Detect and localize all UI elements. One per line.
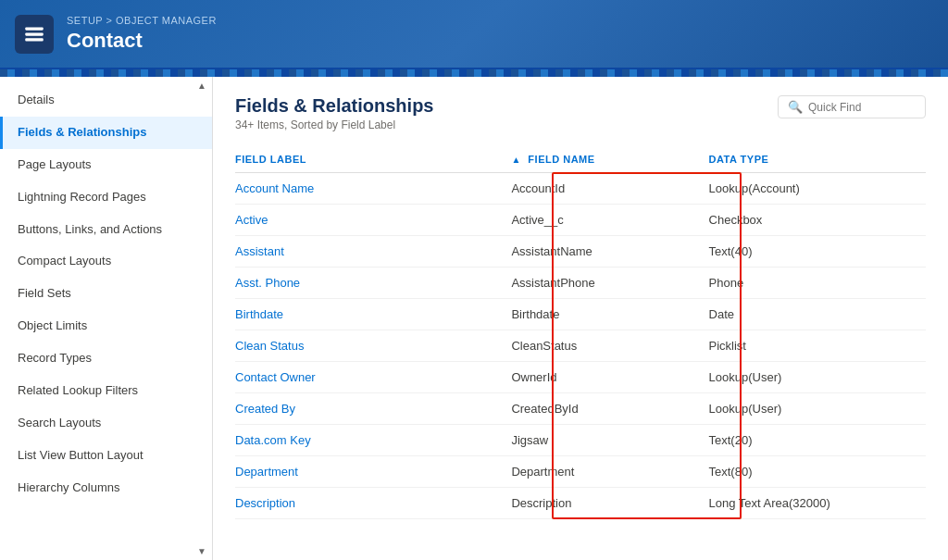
content-header: Fields & Relationships 34+ Items, Sorted…	[235, 95, 926, 131]
table-row: BirthdateBirthdateDate	[235, 299, 926, 330]
sidebar-item-related-lookup-filters[interactable]: Related Lookup Filters	[0, 375, 212, 407]
field-label-link[interactable]: Department	[235, 465, 298, 479]
sort-arrow-icon: ▲	[511, 155, 520, 165]
cell-data-type: Long Text Area(32000)	[709, 488, 926, 519]
main-layout: ▲ DetailsFields & RelationshipsPage Layo…	[0, 77, 948, 560]
cell-data-type: Phone	[709, 268, 926, 299]
cell-field-label: Asst. Phone	[235, 268, 511, 299]
sidebar-item-fields---relationships[interactable]: Fields & Relationships	[0, 117, 212, 149]
svg-rect-2	[25, 38, 44, 41]
table-row: Contact OwnerOwnerIdLookup(User)	[235, 362, 926, 393]
field-label-link[interactable]: Assistant	[235, 244, 284, 258]
cell-data-type: Lookup(User)	[709, 393, 926, 425]
cell-field-name: Active__c	[511, 205, 708, 236]
cell-field-name: OwnerId	[511, 362, 708, 393]
cell-field-label: Data.com Key	[235, 425, 511, 456]
sidebar-item-search-layouts[interactable]: Search Layouts	[0, 407, 212, 440]
content-area: Fields & Relationships 34+ Items, Sorted…	[213, 77, 948, 560]
table-row: AssistantAssistantNameText(40)	[235, 236, 926, 268]
quick-find-container: 🔍	[778, 95, 926, 118]
sidebar-item-compact-layouts[interactable]: Compact Layouts	[0, 245, 212, 278]
cell-field-name: Department	[511, 456, 708, 488]
cell-data-type: Lookup(User)	[709, 362, 926, 393]
data-type-header-text: DATA TYPE	[709, 154, 769, 165]
table-row: DepartmentDepartmentText(80)	[235, 456, 926, 488]
layers-icon	[22, 22, 46, 46]
cell-field-label: Created By	[235, 393, 511, 425]
cell-data-type: Lookup(Account)	[709, 173, 926, 205]
cell-field-name: Jigsaw	[511, 425, 708, 456]
table-row: DescriptionDescriptionLong Text Area(320…	[235, 488, 926, 519]
cell-field-name: AssistantPhone	[511, 268, 708, 299]
top-header: SETUP > OBJECT MANAGER Contact	[0, 0, 948, 69]
cell-data-type: Text(40)	[709, 236, 926, 268]
sidebar-item-record-types[interactable]: Record Types	[0, 342, 212, 375]
field-label-header-text: FIELD LABEL	[235, 154, 306, 165]
page-title: Contact	[67, 29, 217, 53]
sidebar: ▲ DetailsFields & RelationshipsPage Layo…	[0, 77, 213, 560]
deco-bar	[0, 69, 948, 77]
cell-field-name: Birthdate	[511, 299, 708, 330]
col-header-data-type[interactable]: DATA TYPE	[709, 146, 926, 173]
fields-table: FIELD LABEL ▲ FIELD NAME DATA TYPE Accou…	[235, 146, 926, 519]
col-header-field-name[interactable]: ▲ FIELD NAME	[511, 146, 708, 173]
sidebar-item-buttons--links--and-actions[interactable]: Buttons, Links, and Actions	[0, 214, 212, 246]
cell-field-label: Clean Status	[235, 330, 511, 362]
table-header: FIELD LABEL ▲ FIELD NAME DATA TYPE	[235, 146, 926, 173]
sidebar-item-details[interactable]: Details	[0, 84, 212, 117]
sidebar-item-object-limits[interactable]: Object Limits	[0, 310, 212, 342]
sidebar-item-list-view-button-layout[interactable]: List View Button Layout	[0, 440, 212, 472]
sidebar-item-field-sets[interactable]: Field Sets	[0, 278, 212, 310]
svg-rect-0	[25, 27, 44, 30]
cell-field-label: Contact Owner	[235, 362, 511, 393]
sidebar-scroll-down[interactable]: ▼	[197, 546, 206, 556]
table-row: Created ByCreatedByIdLookup(User)	[235, 393, 926, 425]
cell-field-name: CreatedById	[511, 393, 708, 425]
cell-field-name: AssistantName	[511, 236, 708, 268]
table-body: Account NameAccountIdLookup(Account)Acti…	[235, 173, 926, 519]
cell-field-label: Account Name	[235, 173, 511, 205]
field-label-link[interactable]: Contact Owner	[235, 370, 316, 384]
quick-find-input[interactable]	[808, 101, 916, 114]
cell-data-type: Text(80)	[709, 456, 926, 488]
field-label-link[interactable]: Clean Status	[235, 339, 304, 353]
search-icon: 🔍	[788, 100, 803, 114]
breadcrumb: SETUP > OBJECT MANAGER	[67, 15, 217, 26]
section-subtitle: 34+ Items, Sorted by Field Label	[235, 118, 926, 131]
cell-data-type: Date	[709, 299, 926, 330]
col-header-field-label[interactable]: FIELD LABEL	[235, 146, 511, 173]
field-name-header-text: FIELD NAME	[528, 154, 594, 165]
cell-field-name: Description	[511, 488, 708, 519]
svg-rect-1	[25, 32, 44, 35]
table-row: ActiveActive__cCheckbox	[235, 205, 926, 236]
field-label-link[interactable]: Active	[235, 213, 268, 227]
table-row: Asst. PhoneAssistantPhonePhone	[235, 268, 926, 299]
field-label-link[interactable]: Description	[235, 496, 295, 510]
quick-find-box[interactable]: 🔍	[778, 95, 926, 118]
cell-field-label: Description	[235, 488, 511, 519]
cell-field-label: Active	[235, 205, 511, 236]
table-row: Account NameAccountIdLookup(Account)	[235, 173, 926, 205]
cell-data-type: Picklist	[709, 330, 926, 362]
field-label-link[interactable]: Asst. Phone	[235, 276, 300, 290]
field-label-link[interactable]: Created By	[235, 402, 295, 416]
header-text: SETUP > OBJECT MANAGER Contact	[67, 15, 217, 53]
field-label-link[interactable]: Data.com Key	[235, 433, 311, 447]
cell-field-name: AccountId	[511, 173, 708, 205]
app-icon	[15, 15, 54, 54]
table-row: Data.com KeyJigsawText(20)	[235, 425, 926, 456]
sidebar-item-lightning-record-pages[interactable]: Lightning Record Pages	[0, 181, 212, 214]
sidebar-item-hierarchy-columns[interactable]: Hierarchy Columns	[0, 472, 212, 504]
cell-field-label: Assistant	[235, 236, 511, 268]
field-label-link[interactable]: Birthdate	[235, 307, 283, 321]
cell-field-label: Department	[235, 456, 511, 488]
cell-field-name: CleanStatus	[511, 330, 708, 362]
sidebar-scroll-up[interactable]: ▲	[197, 81, 206, 91]
fields-table-wrapper: FIELD LABEL ▲ FIELD NAME DATA TYPE Accou…	[235, 146, 926, 519]
sidebar-item-page-layouts[interactable]: Page Layouts	[0, 149, 212, 181]
cell-data-type: Text(20)	[709, 425, 926, 456]
cell-data-type: Checkbox	[709, 205, 926, 236]
cell-field-label: Birthdate	[235, 299, 511, 330]
table-row: Clean StatusCleanStatusPicklist	[235, 330, 926, 362]
field-label-link[interactable]: Account Name	[235, 181, 314, 195]
